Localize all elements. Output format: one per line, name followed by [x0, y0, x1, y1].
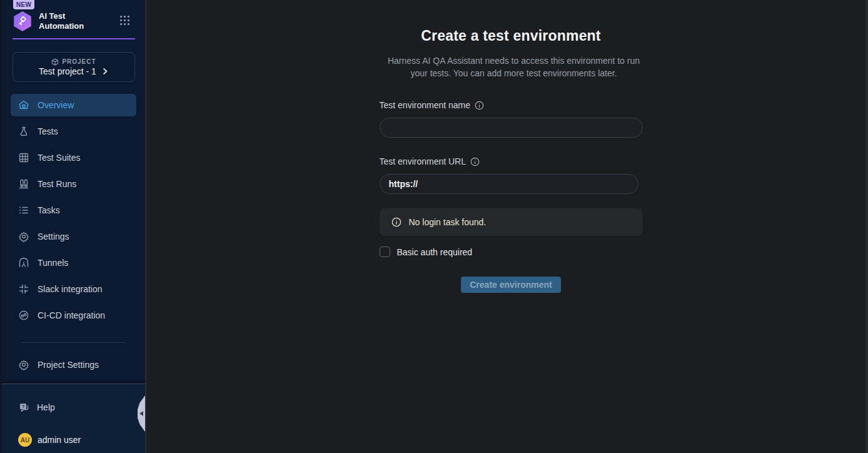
svg-text:?: ?	[22, 404, 24, 409]
project-name: Test project - 1	[39, 66, 96, 76]
slack-icon	[18, 283, 29, 295]
sidebar-item-tests[interactable]: Tests	[11, 120, 136, 143]
gear-icon	[18, 359, 29, 370]
info-icon[interactable]	[470, 157, 480, 166]
app-switcher-icon[interactable]	[119, 15, 130, 28]
main-content: Create a test environment Harness AI QA …	[145, 0, 868, 453]
project-selector[interactable]: PROJECT Test project - 1	[13, 52, 135, 82]
columns-icon	[18, 178, 29, 190]
sidebar-item-label: CI-CD integration	[38, 310, 105, 320]
sidebar-item-label: Slack integration	[38, 284, 103, 294]
page-title: Create a test environment	[380, 28, 643, 44]
sidebar-item-test-suites[interactable]: Test Suites	[11, 146, 136, 169]
basic-auth-row: Basic auth required	[380, 247, 643, 257]
basic-auth-label: Basic auth required	[397, 247, 473, 257]
project-label: PROJECT	[62, 58, 96, 65]
env-name-label: Test environment name	[380, 100, 643, 110]
app-logo-icon	[13, 11, 33, 31]
sidebar-item-label: Test Suites	[38, 153, 80, 163]
sidebar-item-slack-integration[interactable]: Slack integration	[11, 278, 136, 300]
chevron-right-icon	[101, 68, 109, 75]
sidebar-item-tasks[interactable]: Tasks	[11, 199, 136, 221]
user-avatar: AU	[18, 433, 32, 447]
sidebar-item-label: Settings	[38, 232, 69, 242]
sidebar-footer: ? Help AU admin user	[2, 384, 145, 453]
accent-divider	[13, 38, 135, 39]
env-url-label: Test environment URL	[380, 156, 643, 166]
sidebar: NEW AI Test Automation PROJECT	[0, 0, 145, 453]
page-subtitle: Harness AI QA Assistant needs to access …	[380, 54, 648, 79]
info-icon[interactable]	[475, 101, 484, 110]
scrollbar-track[interactable]	[865, 0, 868, 453]
app-title: AI Test Automation	[39, 11, 84, 31]
sidebar-item-label: Project Settings	[38, 360, 99, 370]
sidebar-item-cicd-integration[interactable]: CI-CD integration	[11, 304, 136, 327]
basic-auth-checkbox[interactable]	[380, 247, 390, 257]
notice-text: No login task found.	[409, 217, 487, 227]
table-grid-icon	[18, 152, 29, 163]
help-label: Help	[37, 402, 55, 412]
link-icon	[18, 310, 29, 321]
help-button[interactable]: ? Help	[2, 398, 145, 417]
env-name-input[interactable]	[380, 118, 643, 138]
flask-icon	[18, 126, 29, 137]
list-icon	[18, 205, 29, 216]
create-environment-form: Create a test environment Harness AI QA …	[380, 0, 643, 293]
cube-icon	[51, 58, 59, 66]
user-name: admin user	[38, 435, 81, 445]
sidebar-item-project-settings[interactable]: Project Settings	[11, 354, 136, 376]
sidebar-item-tunnels[interactable]: Tunnels	[11, 252, 136, 274]
sidebar-item-label: Tunnels	[38, 258, 68, 268]
sidebar-nav: Overview Tests Test Suites	[2, 94, 145, 376]
env-url-input[interactable]	[380, 174, 638, 194]
info-icon	[391, 217, 401, 227]
gear-icon	[18, 231, 29, 242]
user-menu[interactable]: AU admin user	[2, 433, 145, 447]
new-badge: NEW	[13, 0, 34, 9]
create-environment-button[interactable]: Create environment	[461, 277, 560, 293]
tunnel-icon	[18, 257, 29, 268]
sidebar-item-settings[interactable]: Settings	[11, 225, 136, 248]
sidebar-item-label: Test Runs	[38, 179, 76, 189]
sidebar-item-overview[interactable]: Overview	[11, 94, 136, 116]
home-icon	[18, 99, 29, 111]
sidebar-item-label: Tasks	[38, 205, 60, 215]
sidebar-item-label: Tests	[38, 126, 58, 136]
help-chat-icon: ?	[18, 402, 29, 413]
login-task-notice: No login task found.	[380, 208, 643, 236]
sidebar-item-label: Overview	[38, 100, 74, 110]
sidebar-item-test-runs[interactable]: Test Runs	[11, 173, 136, 195]
nav-divider	[21, 342, 126, 343]
